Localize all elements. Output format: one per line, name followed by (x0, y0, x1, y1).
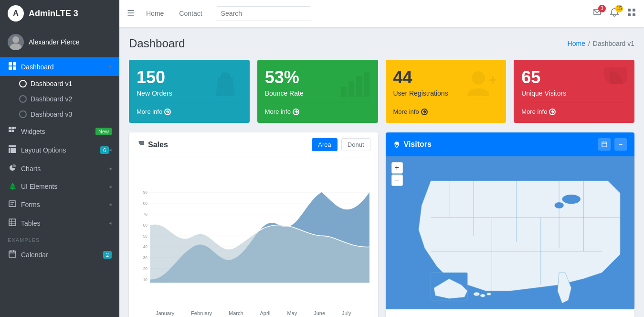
svg-rect-38 (364, 72, 370, 97)
chart-x-labels: January February March April May June Ju… (137, 308, 370, 316)
user-plus-icon (465, 67, 498, 108)
svg-point-81 (554, 202, 563, 208)
sidebar-item-forms[interactable]: Forms ◂ (0, 195, 119, 214)
svg-point-83 (473, 292, 479, 296)
svg-text:90: 90 (143, 190, 148, 195)
sidebar-item-widgets-label: Widgets (21, 128, 95, 135)
svg-rect-8 (9, 130, 11, 132)
sales-card-tools: Area Donut (312, 138, 370, 151)
sidebar-item-layout-options[interactable]: Layout Options 6 ◂ (0, 141, 119, 159)
user-panel: Alexander Pierce (0, 27, 119, 57)
sidebar-item-dashboard-v1-label: Dashboard v1 (31, 80, 72, 87)
zoom-in-button[interactable]: + (391, 162, 403, 174)
dashboard-row: Sales Area Donut 90 80 70 (129, 132, 634, 317)
top-nav-links: Home Contact (142, 8, 206, 19)
breadcrumb-separator: / (588, 40, 590, 47)
notifications-button[interactable]: 15 (610, 8, 619, 20)
donut-chart-button[interactable]: Donut (341, 138, 370, 151)
menu-toggle-button[interactable]: ☰ (127, 8, 135, 19)
area-chart-button[interactable]: Area (312, 138, 337, 151)
widgets-icon (8, 127, 17, 136)
sidebar-item-ui-elements[interactable]: 🌲 UI Elements ◂ (0, 178, 119, 195)
svg-rect-17 (9, 219, 16, 226)
user-reg-label: User Registrations (393, 89, 448, 97)
svg-rect-7 (11, 127, 14, 129)
svg-rect-4 (9, 66, 12, 70)
unique-visitors-label: Unique Visitors (521, 89, 566, 97)
x-label-may: May (287, 310, 297, 316)
svg-rect-37 (356, 76, 362, 97)
x-label-jul: July (342, 310, 351, 316)
layout-badge: 6 (100, 146, 109, 154)
sub-circle-icon (19, 110, 27, 118)
sidebar-item-dashboard-label: Dashboard (21, 63, 109, 71)
bounce-rate-more-info[interactable]: More info (265, 108, 370, 115)
svg-text:10: 10 (143, 278, 148, 282)
shopping-bag-icon (209, 67, 242, 108)
svg-rect-3 (13, 62, 16, 66)
charts-icon (8, 164, 17, 173)
map-minimize-button[interactable]: − (614, 138, 627, 151)
sidebar-item-dashboard-v2[interactable]: Dashboard v2 (0, 91, 119, 107)
svg-rect-13 (11, 148, 16, 153)
calendar-badge: 2 (103, 251, 112, 259)
map-calendar-button[interactable] (598, 138, 611, 151)
search-form (216, 6, 311, 21)
bounce-rate-number: 53% (265, 67, 304, 87)
bar-chart-icon (337, 67, 370, 108)
sidebar-item-dashboard[interactable]: Dashboard ▾ (0, 57, 119, 76)
svg-text:40: 40 (143, 245, 148, 249)
svg-rect-28 (633, 9, 635, 11)
visitors-map-header: Visitors − (386, 132, 635, 156)
zoom-out-button[interactable]: − (391, 175, 403, 186)
breadcrumb-current: Dashboard v1 (593, 40, 634, 47)
svg-point-84 (480, 294, 485, 297)
sidebar-item-widgets[interactable]: Widgets New (0, 122, 119, 141)
sidebar-item-dashboard-v3[interactable]: Dashboard v3 (0, 107, 119, 122)
svg-rect-2 (9, 62, 12, 66)
search-button[interactable] (309, 7, 311, 21)
sidebar-item-dashboard-v1[interactable]: Dashboard v1 (0, 76, 119, 91)
sidebar-item-calendar[interactable]: Calendar 2 (0, 245, 119, 264)
visitors-title: Visitors (404, 140, 432, 149)
contact-link[interactable]: Contact (175, 8, 206, 19)
user-reg-more-info[interactable]: More info (393, 108, 499, 115)
svg-text:70: 70 (143, 212, 148, 217)
sales-card-header: Sales Area Donut (129, 132, 378, 157)
breadcrumb-home[interactable]: Home (568, 40, 585, 47)
user-name: Alexander Pierce (29, 38, 80, 46)
new-orders-more-info[interactable]: More info (137, 108, 242, 115)
map-tools: − (598, 138, 627, 151)
sales-card-title: Sales (137, 141, 168, 149)
chevron-left-ui-icon: ◂ (109, 184, 112, 190)
x-label-apr: April (260, 310, 271, 316)
stat-card-new-orders: 150 New Orders More info (129, 60, 250, 123)
svg-rect-12 (9, 148, 11, 153)
sales-title: Sales (148, 141, 168, 149)
svg-text:30: 30 (143, 256, 148, 260)
stat-card-bounce-rate: 53% Bounce Rate More info (257, 60, 378, 123)
examples-section-title: EXAMPLES (0, 232, 119, 245)
sidebar-item-charts[interactable]: Charts ◂ (0, 159, 119, 178)
pie-chart-icon (593, 67, 627, 108)
minus-icon: − (619, 141, 623, 148)
svg-rect-14 (9, 201, 16, 207)
unique-visitors-more-info[interactable]: More info (521, 108, 627, 115)
sidebar-item-calendar-label: Calendar (21, 251, 103, 259)
map-pin-icon (393, 141, 400, 148)
apps-button[interactable] (627, 8, 636, 20)
chevron-left-charts-icon: ◂ (109, 165, 112, 172)
svg-point-1 (10, 44, 21, 50)
svg-point-0 (12, 36, 19, 43)
usa-map-svg (386, 156, 635, 309)
search-input[interactable] (216, 7, 309, 20)
sidebar-item-tables[interactable]: Tables ◂ (0, 214, 119, 232)
chevron-down-icon: ▾ (109, 64, 112, 70)
svg-point-31 (221, 76, 223, 78)
widgets-badge: New (95, 128, 112, 135)
stat-card-user-registrations: 44 User Registrations More info (386, 60, 507, 123)
ui-elements-icon: 🌲 (8, 183, 17, 190)
home-link[interactable]: Home (142, 8, 168, 19)
svg-rect-11 (9, 145, 16, 147)
messages-button[interactable]: 3 (592, 8, 602, 20)
